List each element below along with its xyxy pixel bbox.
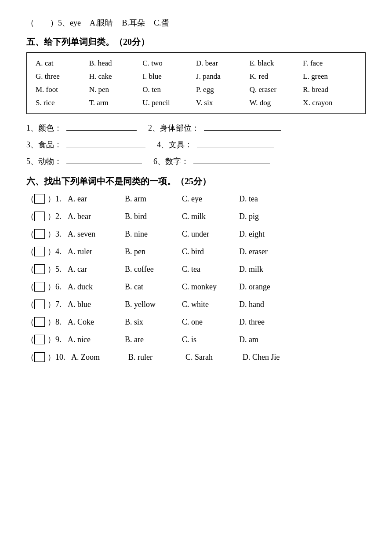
cat-label-5: 5、动物： xyxy=(26,156,62,167)
vocab-item: M. foot xyxy=(36,85,89,94)
section6-list: （ ） 1. A. ear B. arm C. eye D. tea （ ） 2… xyxy=(26,194,366,362)
vocab-item: W. dog xyxy=(250,99,303,107)
cat-label-3: 3、食品： xyxy=(26,139,62,150)
item-num: 5. xyxy=(55,265,68,274)
open-paren: （ xyxy=(26,317,34,327)
vocab-item: G. three xyxy=(36,72,89,81)
vocab-row-2: G. three H. cake I. blue J. panda K. red… xyxy=(36,72,356,81)
sec6-item-3: （ ） 3. A. seven B. nine C. under D. eigh… xyxy=(26,229,366,239)
choice-a: A. Coke xyxy=(68,318,112,327)
choice-a: A. car xyxy=(68,265,112,274)
choice-b: B. ruler xyxy=(128,353,172,362)
choice-c: C. monkey xyxy=(182,282,226,292)
choice-d: D. Chen Jie xyxy=(243,353,287,362)
cat-answer-3[interactable] xyxy=(66,147,145,147)
choice-a: A. nice xyxy=(68,335,112,344)
item-num: 3. xyxy=(55,230,68,239)
item-num: 6. xyxy=(55,282,68,292)
close-paren: ） xyxy=(47,299,55,310)
choice-d: D. orange xyxy=(239,282,283,292)
cat-answer-4[interactable] xyxy=(197,147,274,147)
choice-b: B. yellow xyxy=(125,300,169,309)
vocab-item: F. face xyxy=(303,59,356,68)
answer-blank-6[interactable] xyxy=(34,282,45,292)
choice-c: C. eye xyxy=(182,194,226,204)
item-num: 8. xyxy=(55,318,68,327)
q5-option-c: C.蛋 xyxy=(154,18,169,28)
vocab-row-4: S. rice T. arm U. pencil V. six W. dog X… xyxy=(36,99,356,107)
choice-d: D. eraser xyxy=(239,247,283,256)
answer-blank-7[interactable] xyxy=(34,299,45,309)
choice-a: A. duck xyxy=(68,282,112,292)
choice-d: D. pig xyxy=(239,212,283,221)
choices: A. blue B. yellow C. white D. hand xyxy=(68,300,366,309)
sec6-item-10: （ ） 10. A. Zoom B. ruler C. Sarah D. Che… xyxy=(26,352,366,362)
close-paren: ） xyxy=(47,264,55,274)
vocab-item: P. egg xyxy=(196,85,250,94)
close-paren: ） xyxy=(47,334,55,345)
choice-c: C. tea xyxy=(182,265,226,274)
cat-answer-6[interactable] xyxy=(193,164,270,164)
q5-label: （ ）5、eye xyxy=(26,18,81,28)
sec6-item-8: （ ） 8. A. Coke B. six C. one D. three xyxy=(26,317,366,327)
cat-row-56: 5、动物： 6、数字： xyxy=(26,156,366,167)
vocab-item: A. cat xyxy=(36,59,89,68)
vocab-item: L. green xyxy=(303,72,356,81)
close-paren: ） xyxy=(47,211,55,222)
vocab-item: H. cake xyxy=(89,72,143,81)
vocab-item: S. rice xyxy=(36,99,89,107)
open-paren: （ xyxy=(26,281,34,292)
section5-header: 五、给下列单词归类。（20分） xyxy=(26,36,366,48)
vocab-item: D. bear xyxy=(196,59,250,68)
vocab-row-3: M. foot N. pen O. ten P. egg Q. eraser R… xyxy=(36,85,356,94)
choice-b: B. coffee xyxy=(125,265,169,274)
choices: A. car B. coffee C. tea D. milk xyxy=(68,265,366,274)
cat-label-1: 1、颜色： xyxy=(26,123,62,133)
cat-label-4: 4、文具： xyxy=(157,139,192,150)
choice-c: C. white xyxy=(182,300,226,309)
answer-blank-1[interactable] xyxy=(34,194,45,204)
cat-row-34: 3、食品： 4、文具： xyxy=(26,139,366,150)
choice-c: C. Sarah xyxy=(185,353,229,362)
answer-blank-2[interactable] xyxy=(34,212,45,221)
vocab-item: N. pen xyxy=(89,85,143,94)
answer-blank-3[interactable] xyxy=(34,229,45,239)
answer-blank-9[interactable] xyxy=(34,335,45,344)
choices: A. duck B. cat C. monkey D. orange xyxy=(68,282,366,292)
choice-a: A. blue xyxy=(68,300,112,309)
cat-answer-1[interactable] xyxy=(66,130,137,131)
vocab-item: B. head xyxy=(89,59,143,68)
open-paren: （ xyxy=(26,246,34,257)
choice-d: D. three xyxy=(239,318,283,327)
answer-blank-4[interactable] xyxy=(34,247,45,256)
choice-d: D. am xyxy=(239,335,283,344)
open-paren: （ xyxy=(26,229,34,239)
sec6-item-4: （ ） 4. A. ruler B. pen C. bird D. eraser xyxy=(26,246,366,257)
choice-a: A. ruler xyxy=(68,247,112,256)
choices: A. seven B. nine C. under D. eight xyxy=(68,230,366,239)
choice-b: B. arm xyxy=(125,194,169,204)
category-rows: 1、颜色： 2、身体部位： 3、食品： 4、文具： 5、动物： 6、数字： xyxy=(26,123,366,167)
item-num: 2. xyxy=(55,212,68,221)
vocab-item: J. panda xyxy=(196,72,250,81)
cat-answer-2[interactable] xyxy=(204,130,281,131)
vocab-item: I. blue xyxy=(142,72,196,81)
choice-b: B. are xyxy=(125,335,169,344)
choice-d: D. tea xyxy=(239,194,283,204)
choice-a: A. seven xyxy=(68,230,112,239)
answer-blank-8[interactable] xyxy=(34,317,45,327)
q5-option-b: B.耳朵 xyxy=(122,18,145,28)
cat-answer-5[interactable] xyxy=(66,164,142,164)
sec6-item-7: （ ） 7. A. blue B. yellow C. white D. han… xyxy=(26,299,366,310)
vocab-item: U. pencil xyxy=(142,99,196,107)
choice-a: A. ear xyxy=(68,194,112,204)
item-num: 1. xyxy=(55,194,68,204)
cat-label-2: 2、身体部位： xyxy=(148,123,200,133)
answer-blank-5[interactable] xyxy=(34,264,45,274)
sec6-item-5: （ ） 5. A. car B. coffee C. tea D. milk xyxy=(26,264,366,274)
open-paren: （ xyxy=(26,334,34,345)
answer-blank-10[interactable] xyxy=(34,352,45,362)
item-num: 9. xyxy=(55,335,68,344)
open-paren: （ xyxy=(26,194,34,204)
close-paren: ） xyxy=(47,281,55,292)
